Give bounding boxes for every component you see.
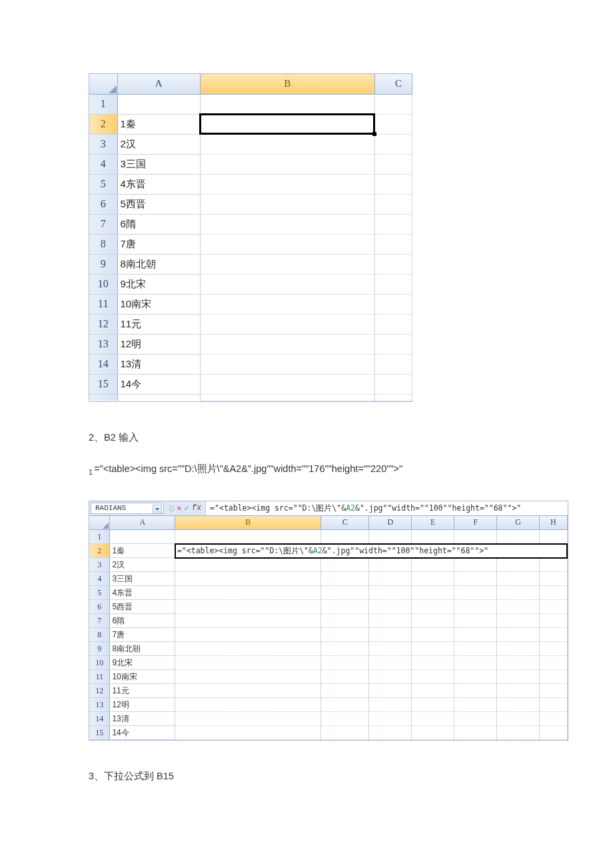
col-header-C[interactable]: C [374, 74, 412, 94]
cell2-E8[interactable] [412, 628, 454, 642]
row-header-15[interactable]: 15 [89, 374, 117, 394]
cell2-A11[interactable]: 10南宋 [110, 670, 175, 684]
cell2-D7[interactable] [369, 614, 412, 628]
row2-header-3[interactable]: 3 [89, 558, 110, 572]
cell2-H13[interactable] [540, 698, 567, 712]
cell2-C4[interactable] [321, 572, 369, 586]
cell-A13[interactable]: 12明 [117, 334, 200, 354]
cell-C9[interactable] [374, 254, 412, 274]
cell2-G4[interactable] [497, 572, 540, 586]
cell-C3[interactable] [374, 134, 412, 154]
cell-B2[interactable] [200, 114, 374, 134]
cell2-A4[interactable]: 3三国 [110, 572, 175, 586]
row-header-4[interactable]: 4 [89, 154, 117, 174]
col2-header-D[interactable]: D [369, 516, 412, 530]
cell-A8[interactable]: 7唐 [117, 234, 200, 254]
cell2-B7[interactable] [175, 614, 321, 628]
cell-C13[interactable] [374, 334, 412, 354]
cell2-C1[interactable] [321, 530, 369, 544]
enter-icon[interactable]: ✓ [184, 503, 189, 513]
cell2-C9[interactable] [321, 642, 369, 656]
cell-A4[interactable]: 3三国 [117, 154, 200, 174]
cell2-E7[interactable] [412, 614, 454, 628]
row-header-8[interactable]: 8 [89, 234, 117, 254]
row-header-13[interactable]: 13 [89, 334, 117, 354]
col2-header-C[interactable]: C [321, 516, 369, 530]
cell2-F8[interactable] [454, 628, 497, 642]
cell2-E6[interactable] [412, 600, 454, 614]
row-header-12[interactable]: 12 [89, 314, 117, 334]
fx-circle-icon[interactable]: ◌ [169, 503, 174, 513]
cell2-H11[interactable] [540, 670, 567, 684]
cell-C14[interactable] [374, 354, 412, 374]
cell-C5[interactable] [374, 174, 412, 194]
cell-A6[interactable]: 5西晋 [117, 194, 200, 214]
cell-C11[interactable] [374, 294, 412, 314]
cell-B10[interactable] [200, 274, 374, 294]
cell-C2[interactable] [374, 114, 412, 134]
cell2-H5[interactable] [540, 586, 567, 600]
cell2-C5[interactable] [321, 586, 369, 600]
cell2-B2[interactable]: ="<table><img src=""D:\图片\"&A2&".jpg""wi… [175, 544, 567, 558]
row2-header-11[interactable]: 11 [89, 670, 110, 684]
cell-B13[interactable] [200, 334, 374, 354]
cell2-C6[interactable] [321, 600, 369, 614]
cell-A1[interactable] [117, 94, 200, 114]
cell2-C13[interactable] [321, 698, 369, 712]
cell2-G6[interactable] [497, 600, 540, 614]
cell-B12[interactable] [200, 314, 374, 334]
cell-A5[interactable]: 4东晋 [117, 174, 200, 194]
cell-B3[interactable] [200, 134, 374, 154]
name-box-dropdown-icon[interactable] [153, 505, 162, 514]
cell2-E15[interactable] [412, 726, 454, 740]
cell2-H14[interactable] [540, 712, 567, 726]
col2-header-E[interactable]: E [412, 516, 454, 530]
cell2-E3[interactable] [412, 558, 454, 572]
cell2-F4[interactable] [454, 572, 497, 586]
col2-header-G[interactable]: G [497, 516, 540, 530]
select-all-corner[interactable] [89, 74, 117, 94]
cell2-D12[interactable] [369, 684, 412, 698]
cell-A11[interactable]: 10南宋 [117, 294, 200, 314]
cell2-D4[interactable] [369, 572, 412, 586]
cell2-B4[interactable] [175, 572, 321, 586]
row-header-5[interactable]: 5 [89, 174, 117, 194]
cell2-F10[interactable] [454, 656, 497, 670]
col2-header-H[interactable]: H [540, 516, 567, 530]
row2-header-7[interactable]: 7 [89, 614, 110, 628]
cell2-H6[interactable] [540, 600, 567, 614]
cell-B5[interactable] [200, 174, 374, 194]
cell2-F12[interactable] [454, 684, 497, 698]
cell2-G14[interactable] [497, 712, 540, 726]
cell2-C12[interactable] [321, 684, 369, 698]
col-header-A[interactable]: A [117, 74, 200, 94]
cell-A7[interactable]: 6隋 [117, 214, 200, 234]
cell-B1[interactable] [200, 94, 374, 114]
cell2-E9[interactable] [412, 642, 454, 656]
col2-header-A[interactable]: A [110, 516, 175, 530]
cell2-H8[interactable] [540, 628, 567, 642]
cell-C15[interactable] [374, 374, 412, 394]
cell2-G8[interactable] [497, 628, 540, 642]
cell2-H12[interactable] [540, 684, 567, 698]
cell2-C3[interactable] [321, 558, 369, 572]
spreadsheet-2-grid[interactable]: A B C D E F G H 121秦="<table><img src=""… [89, 516, 568, 741]
cell2-A7[interactable]: 6隋 [110, 614, 175, 628]
cell2-B5[interactable] [175, 586, 321, 600]
row-header-6[interactable]: 6 [89, 194, 117, 214]
cell2-H15[interactable] [540, 726, 567, 740]
select-all-corner-2[interactable] [89, 516, 110, 530]
cell-B4[interactable] [200, 154, 374, 174]
cell2-E5[interactable] [412, 586, 454, 600]
cell2-B10[interactable] [175, 656, 321, 670]
cell2-F14[interactable] [454, 712, 497, 726]
cell2-A9[interactable]: 8南北朝 [110, 642, 175, 656]
cell2-D5[interactable] [369, 586, 412, 600]
cell2-A1[interactable] [110, 530, 175, 544]
fx-icon[interactable]: fx [192, 503, 201, 513]
cell2-D13[interactable] [369, 698, 412, 712]
cell2-G13[interactable] [497, 698, 540, 712]
cell-C1[interactable] [374, 94, 412, 114]
cell2-A12[interactable]: 11元 [110, 684, 175, 698]
cell2-G1[interactable] [497, 530, 540, 544]
